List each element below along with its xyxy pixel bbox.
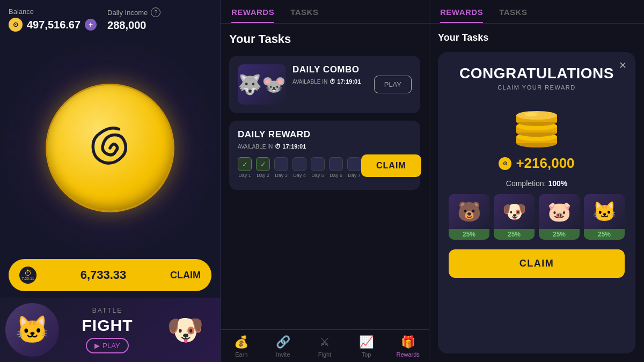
right-panel: REWARDS TASKS Your Tasks ✕ CONGRATULATIO…: [429, 0, 644, 362]
timer-value: 7:26:11: [21, 277, 34, 281]
coin-stack: [507, 105, 566, 147]
reward-title: DAILY REWARD: [238, 129, 412, 140]
day-6: Day 6: [329, 157, 343, 178]
mid-section-title: Your Tasks: [229, 32, 420, 46]
claim-subtitle: CLAIM YOUR REWARD: [497, 84, 575, 91]
top-label: Top: [362, 351, 371, 358]
rewards-label: Rewards: [396, 351, 419, 358]
left-panel: Balance ⊙ 497,516.67 + Daily Income ? 28…: [0, 0, 220, 362]
congrats-title: CONGRATULATIONS: [459, 65, 614, 82]
claim-amount: 6,733.33: [44, 268, 163, 282]
earn-icon: 💰: [234, 335, 248, 349]
main-coin[interactable]: [46, 84, 174, 212]
invite-icon: 🔗: [276, 335, 290, 349]
nav-top[interactable]: 📈 Top: [346, 335, 387, 358]
nav-earn[interactable]: 💰 Earn: [221, 335, 262, 358]
right-tabs: REWARDS TASKS: [429, 0, 644, 24]
fight-text: FIGHT: [59, 316, 156, 335]
right-section-title: Your Tasks: [438, 32, 635, 43]
reward-amount: ⊙ +216,000: [499, 155, 574, 172]
coin-icon: ⊙: [9, 18, 23, 32]
balance-amount: 497,516.67: [27, 19, 80, 31]
char-card-2: 🐶 25%: [494, 194, 535, 240]
right-tab-tasks[interactable]: TASKS: [499, 8, 527, 23]
char-card-3: 🐷 25%: [539, 194, 580, 240]
combo-avail-label: AVAILABLE IN: [292, 79, 327, 85]
right-content: Your Tasks ✕ CONGRATULATIONS CLAIM YOUR …: [429, 24, 644, 362]
reward-value: +216,000: [516, 155, 574, 172]
characters-row: 🐻 25% 🐶 25% 🐷 25% 🐱 25%: [449, 194, 625, 240]
day-checkboxes: ✓ Day 1 ✓ Day 2 Day 3 Day 4: [238, 157, 361, 178]
day-1: ✓ Day 1: [238, 157, 252, 178]
char-pct-4: 25%: [584, 229, 625, 240]
char-img-4: 🐱: [584, 194, 625, 229]
tab-tasks[interactable]: TASKS: [290, 8, 318, 23]
congrats-modal: ✕ CONGRATULATIONS CLAIM YOUR REWARD: [438, 52, 635, 353]
combo-chars: 🐺🐭: [238, 64, 286, 105]
char-img-1: 🐻: [449, 194, 489, 229]
char-img-3: 🐷: [539, 194, 580, 229]
char-img-2: 🐶: [494, 194, 535, 229]
play-label: PLAY: [103, 342, 120, 350]
fight-icon: ⚔: [319, 335, 330, 349]
day-3: Day 3: [274, 157, 288, 178]
nav-fight[interactable]: ⚔ Fight: [304, 335, 346, 358]
battle-label: BATTLE: [59, 307, 156, 314]
daily-label: Daily Income: [107, 9, 148, 17]
daily-combo-card: 🐺🐭 DAILY COMBO AVAILABLE IN ⏱ 17:19:01 P…: [229, 56, 420, 113]
claim-bar[interactable]: ⏱ 7:26:11 6,733.33 CLAIM: [9, 259, 211, 291]
nav-rewards[interactable]: 🎁 Rewards: [387, 335, 429, 358]
spiral-icon: [80, 119, 140, 178]
earn-label: Earn: [235, 351, 247, 358]
invite-label: Invite: [276, 351, 290, 358]
combo-play-button[interactable]: PLAY: [374, 76, 412, 93]
mid-panel: REWARDS TASKS Your Tasks 🐺🐭 DAILY COMBO …: [220, 0, 429, 362]
char-card-4: 🐱 25%: [584, 194, 625, 240]
day-2: ✓ Day 2: [256, 157, 270, 178]
daily-section: Daily Income ? 288,000: [107, 8, 160, 32]
mid-content: Your Tasks 🐺🐭 DAILY COMBO AVAILABLE IN ⏱…: [221, 24, 429, 329]
nav-invite[interactable]: 🔗 Invite: [262, 335, 304, 358]
day-7: Day 7: [347, 157, 361, 178]
mid-tabs: REWARDS TASKS: [221, 0, 429, 24]
day-4: Day 4: [292, 157, 306, 178]
reward-avail-label: AVAILABLE IN: [238, 144, 273, 150]
coin-area[interactable]: [0, 37, 220, 259]
daily-reward-card: DAILY REWARD AVAILABLE IN ⏱ 17:19:01 ✓ D…: [229, 121, 420, 190]
play-button[interactable]: ▶ PLAY: [86, 338, 128, 353]
bottom-nav: 💰 Earn 🔗 Invite ⚔ Fight 📈 Top 🎁 Rewards: [221, 329, 429, 362]
fight-label: Fight: [318, 351, 331, 358]
reward-avail-time: ⏱ 17:19:01: [275, 143, 306, 150]
battle-info: BATTLE FIGHT ▶ PLAY: [59, 307, 156, 353]
help-icon[interactable]: ?: [151, 8, 160, 17]
close-button[interactable]: ✕: [619, 60, 627, 71]
left-character: 🐱: [5, 303, 59, 357]
completion-text: Completion: 100%: [506, 179, 567, 188]
top-icon: 📈: [359, 335, 374, 349]
char-card-1: 🐻 25%: [449, 194, 489, 240]
char-pct-3: 25%: [539, 229, 580, 240]
day-5: Day 5: [311, 157, 325, 178]
claim-label: CLAIM: [170, 270, 201, 281]
tab-rewards[interactable]: REWARDS: [231, 8, 274, 23]
reward-coin-icon: ⊙: [499, 157, 511, 170]
reward-claim-button[interactable]: CLAIM: [361, 154, 421, 177]
balance-label: Balance: [9, 8, 97, 16]
plus-button[interactable]: +: [85, 19, 97, 31]
completion-pct: 100%: [548, 179, 567, 188]
completion-label: Completion:: [506, 179, 546, 188]
char-pct-2: 25%: [494, 229, 535, 240]
rewards-icon: 🎁: [401, 335, 415, 349]
right-character: 🐶: [156, 300, 215, 359]
combo-avail-time: ⏱ 17:19:01: [330, 78, 361, 85]
balance-section: Balance ⊙ 497,516.67 +: [9, 8, 97, 32]
right-tab-rewards[interactable]: REWARDS: [440, 8, 483, 23]
balance-value: ⊙ 497,516.67 +: [9, 18, 97, 32]
timer-icon: ⏱ 7:26:11: [19, 267, 36, 284]
coin-stack-svg: [507, 105, 566, 147]
daily-value: 288,000: [107, 19, 160, 32]
play-icon: ▶: [94, 342, 100, 350]
char-pct-1: 25%: [449, 229, 489, 240]
svg-point-9: [525, 112, 538, 116]
modal-claim-button[interactable]: CLAIM: [449, 249, 625, 278]
